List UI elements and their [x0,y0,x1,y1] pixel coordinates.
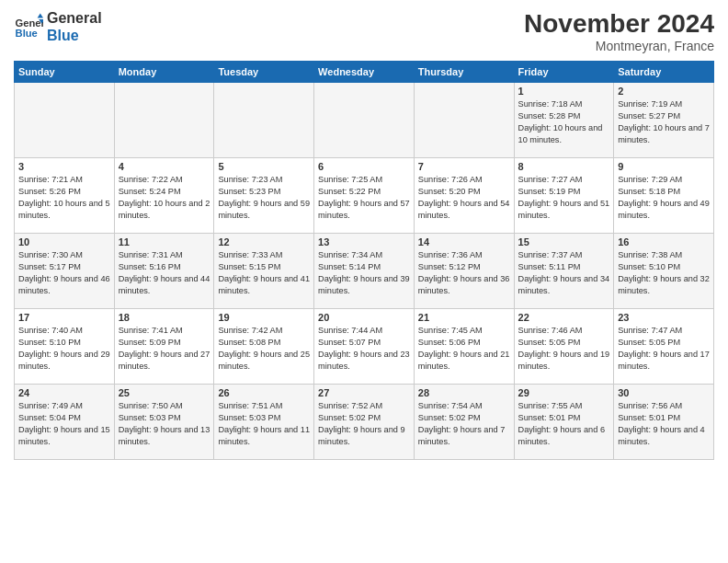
col-friday: Friday [514,62,614,83]
calendar-cell: 26Sunrise: 7:51 AM Sunset: 5:03 PM Dayli… [214,385,314,460]
day-number: 27 [318,387,410,398]
day-info: Sunrise: 7:27 AM Sunset: 5:19 PM Dayligh… [518,174,610,222]
calendar-cell: 7Sunrise: 7:26 AM Sunset: 5:20 PM Daylig… [414,158,514,234]
header: General Blue General Blue November 2024 … [14,9,714,53]
calendar-cell [114,83,214,158]
day-number: 28 [418,387,510,398]
svg-text:General: General [16,17,43,29]
calendar-cell: 1Sunrise: 7:18 AM Sunset: 5:28 PM Daylig… [514,83,614,158]
day-info: Sunrise: 7:25 AM Sunset: 5:22 PM Dayligh… [318,174,410,222]
day-info: Sunrise: 7:41 AM Sunset: 5:09 PM Dayligh… [119,325,210,373]
calendar-cell: 8Sunrise: 7:27 AM Sunset: 5:19 PM Daylig… [514,158,614,234]
svg-text:Blue: Blue [16,28,38,39]
location: Montmeyran, France [524,39,714,53]
day-number: 7 [418,161,510,172]
calendar-week-5: 24Sunrise: 7:49 AM Sunset: 5:04 PM Dayli… [15,385,714,460]
day-number: 17 [18,312,110,323]
day-number: 10 [18,236,110,247]
day-info: Sunrise: 7:34 AM Sunset: 5:14 PM Dayligh… [318,249,410,297]
day-info: Sunrise: 7:36 AM Sunset: 5:12 PM Dayligh… [418,249,510,297]
page-container: General Blue General Blue November 2024 … [0,0,728,469]
day-info: Sunrise: 7:52 AM Sunset: 5:02 PM Dayligh… [318,400,410,448]
calendar-cell: 2Sunrise: 7:19 AM Sunset: 5:27 PM Daylig… [614,83,714,158]
day-info: Sunrise: 7:49 AM Sunset: 5:04 PM Dayligh… [18,400,110,448]
day-number: 22 [518,312,610,323]
day-info: Sunrise: 7:30 AM Sunset: 5:17 PM Dayligh… [18,249,110,297]
calendar-cell: 18Sunrise: 7:41 AM Sunset: 5:09 PM Dayli… [114,309,214,385]
day-info: Sunrise: 7:54 AM Sunset: 5:02 PM Dayligh… [418,400,510,448]
day-info: Sunrise: 7:47 AM Sunset: 5:05 PM Dayligh… [618,325,710,373]
day-number: 12 [218,236,310,247]
calendar-cell: 10Sunrise: 7:30 AM Sunset: 5:17 PM Dayli… [15,234,115,309]
calendar-cell: 28Sunrise: 7:54 AM Sunset: 5:02 PM Dayli… [414,385,514,460]
calendar-cell: 17Sunrise: 7:40 AM Sunset: 5:10 PM Dayli… [15,309,115,385]
calendar-cell: 21Sunrise: 7:45 AM Sunset: 5:06 PM Dayli… [414,309,514,385]
col-sunday: Sunday [15,62,115,83]
title-block: November 2024 Montmeyran, France [524,9,714,53]
calendar-cell: 9Sunrise: 7:29 AM Sunset: 5:18 PM Daylig… [614,158,714,234]
calendar-cell: 3Sunrise: 7:21 AM Sunset: 5:26 PM Daylig… [15,158,115,234]
day-info: Sunrise: 7:56 AM Sunset: 5:01 PM Dayligh… [618,400,710,448]
day-number: 6 [318,161,410,172]
calendar-table: Sunday Monday Tuesday Wednesday Thursday… [14,61,714,460]
calendar-cell: 5Sunrise: 7:23 AM Sunset: 5:23 PM Daylig… [214,158,314,234]
calendar-cell: 4Sunrise: 7:22 AM Sunset: 5:24 PM Daylig… [114,158,214,234]
calendar-cell [414,83,514,158]
calendar-cell: 15Sunrise: 7:37 AM Sunset: 5:11 PM Dayli… [514,234,614,309]
day-number: 21 [418,312,510,323]
day-number: 14 [418,236,510,247]
calendar-cell: 13Sunrise: 7:34 AM Sunset: 5:14 PM Dayli… [314,234,415,309]
day-number: 13 [318,236,410,247]
day-info: Sunrise: 7:40 AM Sunset: 5:10 PM Dayligh… [18,325,110,373]
day-number: 23 [618,312,710,323]
day-info: Sunrise: 7:22 AM Sunset: 5:24 PM Dayligh… [119,174,210,222]
day-number: 30 [618,387,710,398]
day-number: 24 [18,387,110,398]
day-info: Sunrise: 7:19 AM Sunset: 5:27 PM Dayligh… [618,98,710,146]
day-number: 29 [518,387,610,398]
day-info: Sunrise: 7:23 AM Sunset: 5:23 PM Dayligh… [218,174,310,222]
day-number: 11 [119,236,210,247]
day-info: Sunrise: 7:29 AM Sunset: 5:18 PM Dayligh… [618,174,710,222]
calendar-cell: 11Sunrise: 7:31 AM Sunset: 5:16 PM Dayli… [114,234,214,309]
day-info: Sunrise: 7:46 AM Sunset: 5:05 PM Dayligh… [518,325,610,373]
day-number: 19 [218,312,310,323]
col-saturday: Saturday [614,62,714,83]
calendar-cell: 19Sunrise: 7:42 AM Sunset: 5:08 PM Dayli… [214,309,314,385]
day-info: Sunrise: 7:18 AM Sunset: 5:28 PM Dayligh… [518,98,610,146]
header-row: Sunday Monday Tuesday Wednesday Thursday… [15,62,714,83]
day-info: Sunrise: 7:42 AM Sunset: 5:08 PM Dayligh… [218,325,310,373]
calendar-cell: 30Sunrise: 7:56 AM Sunset: 5:01 PM Dayli… [614,385,714,460]
col-monday: Monday [114,62,214,83]
calendar-cell: 12Sunrise: 7:33 AM Sunset: 5:15 PM Dayli… [214,234,314,309]
calendar-cell: 20Sunrise: 7:44 AM Sunset: 5:07 PM Dayli… [314,309,415,385]
day-info: Sunrise: 7:55 AM Sunset: 5:01 PM Dayligh… [518,400,610,448]
calendar-week-3: 10Sunrise: 7:30 AM Sunset: 5:17 PM Dayli… [15,234,714,309]
day-number: 25 [119,387,210,398]
day-number: 8 [518,161,610,172]
calendar-cell: 22Sunrise: 7:46 AM Sunset: 5:05 PM Dayli… [514,309,614,385]
day-number: 1 [518,86,610,97]
col-thursday: Thursday [414,62,514,83]
day-info: Sunrise: 7:31 AM Sunset: 5:16 PM Dayligh… [119,249,210,297]
day-number: 5 [218,161,310,172]
logo: General Blue General Blue [14,9,102,44]
day-info: Sunrise: 7:21 AM Sunset: 5:26 PM Dayligh… [18,174,110,222]
day-number: 16 [618,236,710,247]
calendar-cell: 24Sunrise: 7:49 AM Sunset: 5:04 PM Dayli… [15,385,115,460]
calendar-cell: 29Sunrise: 7:55 AM Sunset: 5:01 PM Dayli… [514,385,614,460]
day-info: Sunrise: 7:37 AM Sunset: 5:11 PM Dayligh… [518,249,610,297]
calendar-week-4: 17Sunrise: 7:40 AM Sunset: 5:10 PM Dayli… [15,309,714,385]
calendar-cell: 14Sunrise: 7:36 AM Sunset: 5:12 PM Dayli… [414,234,514,309]
calendar-cell: 6Sunrise: 7:25 AM Sunset: 5:22 PM Daylig… [314,158,415,234]
calendar-cell: 25Sunrise: 7:50 AM Sunset: 5:03 PM Dayli… [114,385,214,460]
day-info: Sunrise: 7:33 AM Sunset: 5:15 PM Dayligh… [218,249,310,297]
col-wednesday: Wednesday [314,62,415,83]
calendar-cell: 16Sunrise: 7:38 AM Sunset: 5:10 PM Dayli… [614,234,714,309]
month-title: November 2024 [524,9,714,39]
calendar-cell [15,83,115,158]
logo-line2: Blue [47,27,102,44]
calendar-cell: 27Sunrise: 7:52 AM Sunset: 5:02 PM Dayli… [314,385,415,460]
svg-marker-2 [38,14,43,18]
day-number: 18 [119,312,210,323]
